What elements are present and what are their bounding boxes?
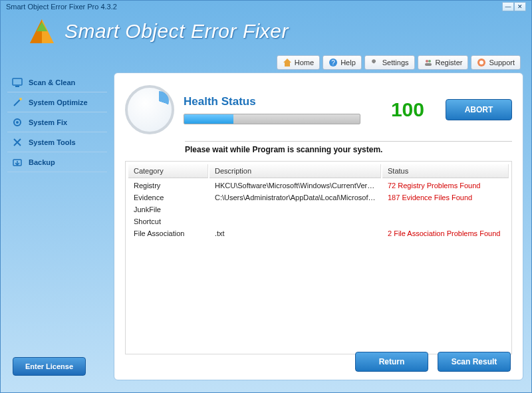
svg-rect-7 (425, 63, 432, 66)
home-icon (283, 58, 292, 67)
svg-rect-10 (13, 78, 22, 85)
sidebar-item-label: Scan & Clean (29, 78, 75, 86)
scan-progress-bar (184, 114, 360, 124)
scan-results-table: Category Description Status RegistryHKCU… (125, 161, 512, 354)
table-header-row: Category Description Status (128, 164, 509, 178)
scan-message: Please wait while Program is scanning yo… (185, 141, 512, 154)
app-title: Smart Object Error Fixer (65, 20, 289, 43)
return-button[interactable]: Return (355, 352, 428, 372)
home-button[interactable]: Home (277, 55, 320, 70)
support-button[interactable]: Support (471, 55, 521, 70)
svg-point-6 (428, 60, 431, 63)
table-row[interactable]: RegistryHKCU\Software\Microsoft\Windows\… (127, 180, 510, 192)
status-mid: Health Status (184, 95, 360, 124)
sidebar-item-scan-clean[interactable]: Scan & Clean (7, 72, 107, 92)
lifebuoy-icon (477, 58, 486, 67)
app-logo-icon (27, 17, 57, 46)
table-row[interactable]: JunkFile (127, 203, 510, 215)
tools-icon (11, 136, 23, 148)
sidebar-item-backup[interactable]: Backup (7, 152, 107, 172)
table-row[interactable]: File Association.txt2 File Association P… (127, 227, 510, 239)
gear-icon (11, 116, 23, 128)
health-status-title: Health Status (184, 95, 360, 108)
settings-button[interactable]: Settings (364, 55, 415, 70)
clock-icon (125, 85, 174, 134)
table-row[interactable]: Shortcut (127, 215, 510, 227)
scan-progress-fill (184, 114, 233, 124)
scan-result-button[interactable]: Scan Result (438, 352, 511, 372)
minimize-button[interactable]: — (502, 2, 514, 11)
help-button[interactable]: ?Help (323, 55, 362, 70)
svg-marker-2 (37, 22, 47, 31)
svg-text:?: ? (331, 59, 335, 66)
sidebar-item-optimize[interactable]: System Optimize (7, 92, 107, 112)
header: Smart Object Error Fixer (1, 13, 531, 49)
enter-license-button[interactable]: Enter License (13, 357, 86, 376)
svg-point-15 (16, 121, 19, 124)
sidebar-item-label: Backup (29, 158, 55, 166)
close-button[interactable]: ✕ (514, 2, 526, 11)
window-title: Smart Object Error Fixer Pro 4.3.2 (6, 3, 117, 11)
svg-point-9 (479, 61, 483, 65)
app-window: Smart Object Error Fixer Pro 4.3.2 — ✕ S… (0, 0, 532, 393)
status-panel: Health Status 100 ABORT (125, 80, 512, 140)
sidebar-item-label: System Optimize (29, 98, 88, 106)
table-row[interactable]: EvidenceC:\Users\Administrator\AppData\L… (127, 192, 510, 203)
col-description[interactable]: Description (209, 164, 381, 178)
sidebar-item-fix[interactable]: System Fix (7, 112, 107, 132)
health-score: 100 (378, 98, 424, 121)
col-status[interactable]: Status (382, 164, 509, 178)
col-category[interactable]: Category (128, 164, 208, 178)
window-controls: — ✕ (502, 2, 526, 11)
table-body: RegistryHKCU\Software\Microsoft\Windows\… (127, 180, 510, 352)
main-panel: Health Status 100 ABORT Please wait whil… (114, 72, 523, 380)
wand-icon (11, 96, 23, 108)
titlebar: Smart Object Error Fixer Pro 4.3.2 — ✕ (1, 1, 531, 13)
bottom-buttons: Return Scan Result (355, 352, 511, 372)
sidebar-item-tools[interactable]: System Tools (7, 132, 107, 152)
svg-point-5 (426, 60, 428, 63)
abort-button[interactable]: ABORT (446, 99, 512, 120)
people-icon (424, 58, 433, 67)
svg-rect-11 (15, 86, 19, 87)
sidebar-item-label: System Fix (29, 118, 67, 126)
wrench-icon (370, 58, 380, 67)
backup-icon (11, 156, 23, 168)
sidebar: Scan & Clean System Optimize System Fix … (7, 72, 107, 172)
register-button[interactable]: Register (418, 55, 469, 70)
svg-line-12 (14, 99, 21, 106)
help-icon: ? (329, 58, 338, 67)
sidebar-item-label: System Tools (29, 138, 76, 146)
svg-point-13 (19, 98, 22, 100)
top-toolbar: Home ?Help Settings Register Support (277, 55, 521, 70)
monitor-icon (11, 76, 23, 88)
